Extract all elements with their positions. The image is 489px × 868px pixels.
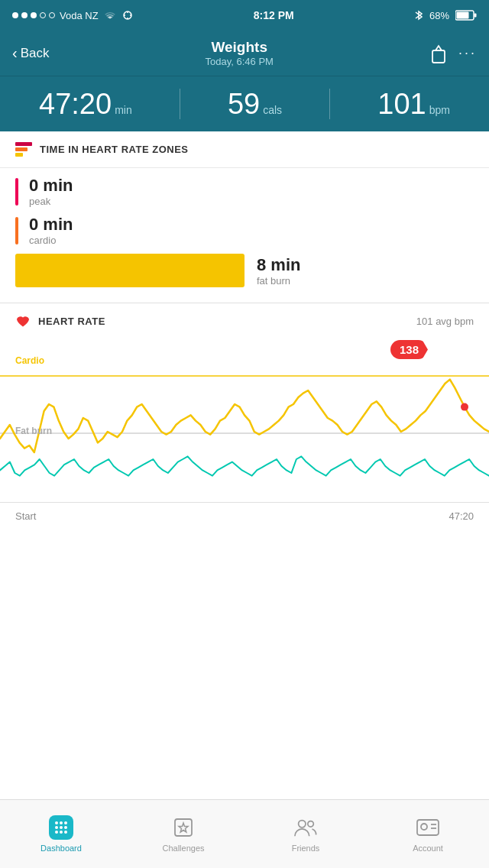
peak-indicator: [15, 178, 18, 206]
status-bar: Voda NZ 8:12 PM 68%: [0, 0, 489, 31]
timeline-end: 47:20: [449, 510, 474, 522]
battery-percent: 68%: [429, 10, 449, 21]
svg-point-13: [60, 826, 63, 829]
hr-peak-badge: 138: [390, 340, 428, 359]
stat-duration: 47:20min: [39, 89, 132, 118]
bpm-unit: bpm: [429, 104, 450, 116]
cardio-indicator: [15, 217, 18, 245]
calories-unit: cals: [263, 104, 282, 116]
svg-point-11: [64, 821, 67, 824]
svg-point-23: [421, 824, 427, 830]
zones-icon-peak: [15, 142, 32, 146]
nav-actions: ···: [429, 43, 477, 64]
stat-divider-2: [329, 89, 330, 119]
svg-rect-6: [474, 14, 476, 18]
signal-dot-1: [12, 12, 18, 18]
account-label: Account: [413, 844, 443, 853]
account-card-icon: [416, 817, 440, 838]
svg-rect-22: [417, 820, 439, 835]
signal-dot-5: [49, 12, 55, 18]
svg-point-20: [299, 821, 306, 828]
svg-point-21: [308, 821, 314, 828]
svg-point-17: [64, 831, 67, 834]
zones-icon: [15, 142, 32, 157]
zones-icon-cardio: [15, 147, 28, 151]
cardio-value: 0 min: [29, 215, 73, 235]
back-button[interactable]: ‹ Back: [12, 44, 49, 62]
fatburn-zone-label: Fat burn: [15, 426, 52, 436]
signal-dot-2: [21, 12, 28, 18]
dashboard-label: Dashboard: [40, 844, 82, 853]
duration-value: 47:20: [39, 88, 112, 120]
tab-challenges[interactable]: Challenges: [122, 815, 244, 853]
stats-bar: 47:20min 59cals 101bpm: [0, 76, 489, 131]
wifi-icon: [103, 10, 117, 21]
challenges-icon: [171, 815, 196, 840]
challenges-label: Challenges: [162, 844, 204, 853]
chart-container: Cardio Fat burn 138: [0, 334, 489, 502]
notification-icon: [121, 9, 134, 21]
duration-unit: min: [115, 104, 132, 116]
bluetooth-icon: [414, 9, 423, 21]
more-button[interactable]: ···: [458, 45, 477, 61]
stat-calories: 59cals: [228, 89, 282, 118]
bottom-nav: Dashboard Challenges Friends: [0, 799, 489, 868]
svg-rect-7: [456, 12, 468, 19]
page-subtitle: Today, 6:46 PM: [206, 56, 274, 67]
friends-label: Friends: [292, 844, 320, 853]
stat-divider-1: [180, 89, 180, 119]
signal-dots: [12, 12, 55, 18]
friends-people-icon: [293, 817, 318, 838]
challenges-star-icon: [172, 816, 195, 839]
tab-friends[interactable]: Friends: [244, 815, 367, 853]
share-icon[interactable]: [429, 43, 448, 64]
back-chevron-icon: ‹: [12, 44, 18, 62]
nav-title-block: Weights Today, 6:46 PM: [206, 39, 274, 67]
zones-title: TIME IN HEART RATE ZONES: [40, 144, 188, 155]
hr-header-left: HEART RATE: [15, 314, 105, 328]
zones-section: TIME IN HEART RATE ZONES 0 min peak 0 mi…: [0, 131, 489, 303]
carrier-label: Voda NZ: [60, 10, 99, 21]
zone-cardio-row: 0 min cardio: [15, 215, 474, 246]
cardio-zone-label: Cardio: [15, 355, 44, 366]
fatburn-bar-container: [15, 254, 244, 287]
battery-icon: [455, 10, 477, 21]
hr-avg: 101 avg bpm: [416, 316, 474, 327]
zone-rows: 0 min peak 0 min cardio 8 min fat burn: [0, 168, 489, 303]
signal-dot-4: [40, 12, 46, 18]
hr-section: HEART RATE 101 avg bpm Cardio Fat burn 1…: [0, 303, 489, 530]
signal-dot-3: [31, 12, 37, 18]
tab-dashboard[interactable]: Dashboard: [0, 815, 122, 853]
peak-text: 0 min peak: [29, 176, 73, 207]
fatburn-value: 8 min: [257, 255, 300, 275]
fatburn-text: 8 min fat burn: [257, 255, 300, 287]
svg-point-9: [55, 821, 58, 824]
tab-account[interactable]: Account: [367, 815, 489, 853]
fatburn-bar: [15, 254, 244, 287]
status-left: Voda NZ: [12, 9, 134, 21]
svg-marker-19: [179, 823, 188, 832]
back-label: Back: [21, 46, 50, 61]
timeline-bar: Start 47:20: [0, 502, 489, 530]
svg-point-15: [55, 831, 58, 834]
svg-point-10: [60, 821, 63, 824]
peak-value: 0 min: [29, 176, 73, 196]
timeline-start: Start: [15, 510, 36, 522]
account-icon: [416, 815, 440, 840]
zones-icon-fatburn: [15, 153, 23, 157]
hr-title: HEART RATE: [38, 316, 105, 327]
peak-label: peak: [29, 196, 73, 207]
zones-header: TIME IN HEART RATE ZONES: [0, 131, 489, 168]
page-title: Weights: [206, 39, 274, 56]
svg-point-14: [64, 826, 67, 829]
status-time: 8:12 PM: [254, 9, 294, 21]
nav-bar: ‹ Back Weights Today, 6:46 PM ···: [0, 31, 489, 76]
zone-fatburn-row: 8 min fat burn: [15, 254, 474, 287]
svg-point-16: [60, 831, 63, 834]
calories-value: 59: [228, 88, 260, 120]
dashboard-icon: [49, 815, 73, 840]
svg-rect-8: [432, 50, 445, 63]
heart-rate-chart: [0, 334, 489, 502]
friends-icon: [293, 815, 318, 840]
bpm-value: 101: [377, 88, 426, 120]
